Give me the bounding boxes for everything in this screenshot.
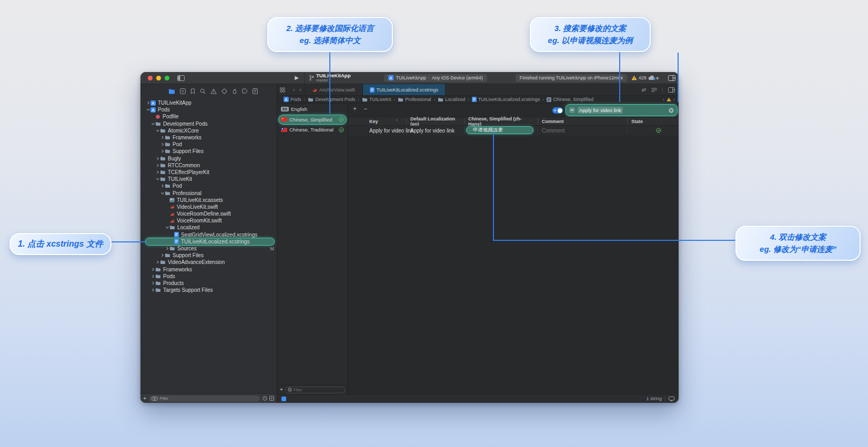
add-button[interactable]: + (655, 75, 660, 82)
navigator-tab-tests-icon[interactable] (221, 88, 227, 94)
tree-row[interactable]: SourcesM (140, 245, 277, 252)
navigator-tab-find-icon[interactable] (200, 88, 206, 94)
disclosure-closed-icon[interactable] (165, 247, 169, 250)
language-row[interactable]: Chinese, Traditional (277, 125, 348, 135)
disclosure-open-icon[interactable] (155, 129, 160, 133)
code-review-icon[interactable]: ⇄ (642, 87, 646, 93)
tree-row[interactable]: Pods (140, 273, 277, 280)
minimize-window-button[interactable] (156, 76, 161, 80)
recent-files-clock-icon[interactable] (263, 396, 267, 401)
tree-row[interactable]: TUILiveKitApp (140, 99, 277, 106)
breadcrumb-item[interactable]: Chinese, Simplified (547, 97, 593, 102)
disclosure-open-icon[interactable] (165, 226, 169, 229)
search-filter-toggle[interactable] (552, 107, 563, 114)
disclosure-closed-icon[interactable] (160, 143, 165, 146)
next-issue-button[interactable]: › (673, 97, 675, 102)
disclosure-open-icon[interactable] (155, 177, 160, 181)
column-header-chinese-simplified-zh-hans-[interactable]: Chinese, Simplified (zh-Hans) (468, 117, 533, 125)
disclosure-closed-icon[interactable] (160, 253, 165, 257)
disclosure-closed-icon[interactable] (160, 136, 165, 139)
tree-row[interactable]: Development Pods (140, 120, 277, 127)
tree-row[interactable]: Bugly (140, 155, 277, 162)
sidebar-toggle-icon[interactable] (177, 75, 185, 81)
search-input-value[interactable]: Apply for video link (578, 107, 623, 114)
tree-row[interactable]: SeatGridViewLocalized.xcstrings (140, 231, 277, 238)
tree-row[interactable]: VoiceRoomKit.swift (140, 217, 277, 224)
disclosure-open-icon[interactable] (146, 108, 150, 111)
column-header-key[interactable]: Keyˆ (369, 117, 402, 125)
tree-row[interactable]: Localized (140, 224, 277, 231)
tree-row[interactable]: VideoAdvanceExtension (140, 259, 277, 266)
tree-row[interactable]: TUILiveKit (140, 176, 277, 182)
breadcrumb-item[interactable]: TUILiveKit (362, 97, 391, 102)
tab-anchorview-swift[interactable]: AnchorView.swift (305, 84, 362, 95)
disclosure-open-icon[interactable] (160, 191, 165, 195)
tree-row[interactable]: Support Files (140, 148, 277, 155)
tree-row[interactable]: Pod (140, 141, 277, 148)
clear-search-icon[interactable] (669, 108, 674, 113)
tree-row[interactable]: Professional (140, 189, 277, 196)
add-file-button[interactable]: + (143, 395, 146, 401)
add-string-button[interactable]: + (353, 106, 357, 112)
previous-issue-button[interactable]: ‹ (663, 97, 664, 102)
navigator-tab-source-control-icon[interactable] (180, 88, 186, 94)
zoom-window-button[interactable] (165, 76, 169, 80)
tree-row[interactable]: Support Files (140, 252, 277, 259)
related-items-grid-icon[interactable] (277, 84, 288, 95)
tree-row[interactable]: Frameworks (140, 266, 277, 273)
search-field[interactable]: Apply for video link (566, 104, 678, 116)
language-row[interactable]: Chinese, Simplified (277, 115, 348, 125)
tree-row[interactable]: Pod (140, 182, 277, 189)
tree-row[interactable]: VideoLiveKit.swift (140, 204, 277, 210)
column-divider[interactable] (406, 118, 407, 124)
add-language-button[interactable]: + (280, 387, 283, 392)
navigator-filter-field[interactable]: Filter (149, 395, 260, 402)
column-divider[interactable] (464, 118, 465, 124)
navigator-tab-debug-icon[interactable] (232, 88, 237, 94)
back-button[interactable]: ‹ (293, 87, 295, 93)
disclosure-closed-icon[interactable] (155, 170, 160, 174)
language-filter-field[interactable]: Filter (285, 387, 345, 393)
column-header-comment[interactable]: Comment (542, 117, 623, 125)
disclosure-closed-icon[interactable] (155, 164, 160, 167)
editor-layout-icon[interactable] (668, 75, 675, 81)
split-editor-icon[interactable] (668, 87, 675, 93)
disclosure-closed-icon[interactable] (155, 157, 160, 160)
navigator-tab-breakpoints-icon[interactable] (242, 88, 248, 94)
cell-comment[interactable]: Comment (542, 126, 623, 135)
scheme-selector[interactable]: TUILiveKitApp › Any iOS Device (arm64) (384, 74, 487, 82)
disclosure-closed-icon[interactable] (150, 281, 155, 285)
disclosure-open-icon[interactable] (150, 122, 155, 126)
cell-zh-hans-highlighted[interactable]: 申请视频连麦 (466, 126, 533, 134)
forward-button[interactable]: › (299, 87, 301, 93)
disclosure-closed-icon[interactable] (146, 101, 150, 105)
tree-row[interactable]: TUILiveKit.xcassets (140, 197, 277, 204)
breadcrumb-item[interactable]: Professional (398, 97, 431, 102)
tree-row[interactable]: RTCCommon (140, 162, 277, 169)
table-row[interactable]: Apply for video linkApply for video link… (348, 126, 679, 135)
breadcrumb-item[interactable]: Localized (438, 97, 465, 102)
breadcrumb-item[interactable]: TUILiveKitLocalized.xcstrings (472, 97, 540, 102)
tree-row[interactable]: Products (140, 280, 277, 287)
remove-string-button[interactable]: − (364, 106, 367, 112)
close-window-button[interactable] (148, 76, 153, 80)
language-row[interactable]: ENEnglish (277, 104, 348, 115)
tab-tuilivekitlocalized-xcstrings[interactable]: TUILiveKitLocalized.xcstrings (362, 84, 446, 95)
tree-row[interactable]: VoiceRoomDefine.swift (140, 210, 277, 217)
disclosure-closed-icon[interactable] (160, 149, 165, 153)
cell-default-localization[interactable]: Apply for video link (410, 126, 460, 135)
column-divider[interactable] (627, 118, 628, 124)
disclosure-closed-icon[interactable] (155, 260, 160, 264)
breadcrumb-item[interactable]: Pods (284, 97, 301, 102)
adjust-editor-icon[interactable] (651, 88, 657, 92)
search-scope-chevron-icon[interactable] (569, 107, 575, 113)
disclosure-closed-icon[interactable] (150, 275, 155, 278)
navigator-tab-issues-icon[interactable] (210, 88, 217, 94)
tree-row[interactable]: AtomicXCore (140, 127, 277, 134)
tree-row[interactable]: Frameworks (140, 134, 277, 141)
disclosure-closed-icon[interactable] (150, 268, 155, 271)
column-header-state[interactable]: State (631, 117, 675, 125)
navigator-tab-reports-icon[interactable] (253, 88, 258, 94)
navigator-tab-project-folder-icon[interactable] (168, 88, 175, 94)
run-button[interactable]: ▶ (295, 75, 299, 80)
